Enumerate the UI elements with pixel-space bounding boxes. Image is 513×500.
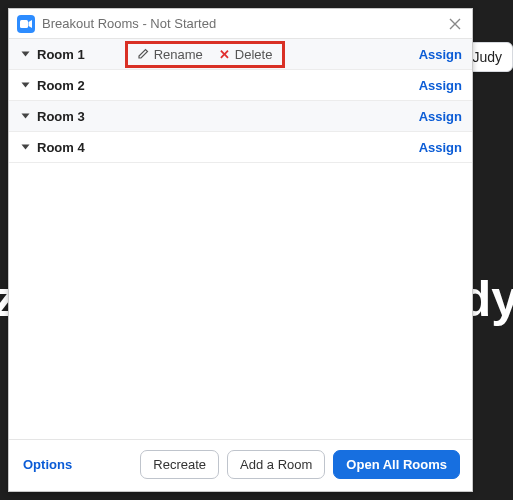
pencil-icon [138,47,149,62]
room-row[interactable]: Room 1 Rename ✕ Delete Assign [9,39,472,70]
assign-button[interactable]: Assign [419,140,462,155]
delete-x-icon: ✕ [219,47,230,62]
close-button[interactable] [446,15,464,33]
options-button[interactable]: Options [23,457,72,472]
room-row[interactable]: Room 4 Assign [9,132,472,163]
close-icon [449,18,461,30]
chevron-down-icon[interactable] [22,145,30,150]
add-room-button[interactable]: Add a Room [227,450,325,479]
breakout-rooms-dialog: Breakout Rooms - Not Started Room 1 Rena… [8,8,473,492]
delete-button[interactable]: ✕ Delete [219,47,273,62]
open-all-rooms-button[interactable]: Open All Rooms [333,450,460,479]
dialog-footer: Options Recreate Add a Room Open All Roo… [9,439,472,491]
room-name: Room 2 [37,78,85,93]
rename-label: Rename [154,47,203,62]
chevron-down-icon[interactable] [22,52,30,57]
assign-button[interactable]: Assign [419,47,462,62]
delete-label: Delete [235,47,273,62]
zoom-logo-icon [17,15,35,33]
room-actions-highlight: Rename ✕ Delete [125,41,286,68]
assign-button[interactable]: Assign [419,109,462,124]
dialog-titlebar: Breakout Rooms - Not Started [9,9,472,39]
chevron-down-icon[interactable] [22,114,30,119]
room-name: Room 3 [37,109,85,124]
chevron-down-icon[interactable] [22,83,30,88]
assign-button[interactable]: Assign [419,78,462,93]
participant-name: Judy [472,49,502,65]
svg-rect-0 [20,20,28,28]
room-row[interactable]: Room 2 Assign [9,70,472,101]
room-name: Room 1 [37,47,85,62]
room-row[interactable]: Room 3 Assign [9,101,472,132]
room-name: Room 4 [37,140,85,155]
recreate-button[interactable]: Recreate [140,450,219,479]
rename-button[interactable]: Rename [138,47,203,62]
dialog-title: Breakout Rooms - Not Started [42,16,439,31]
rooms-list: Room 1 Rename ✕ Delete Assign Room 2 [9,39,472,439]
